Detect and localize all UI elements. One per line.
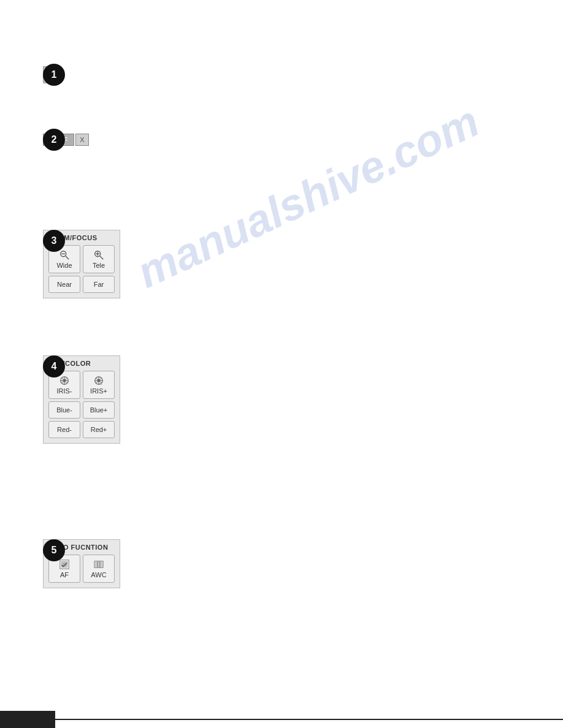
svg-line-8 bbox=[100, 256, 103, 259]
zoom-in-icon bbox=[93, 249, 104, 260]
iris-minus-icon: ← bbox=[59, 375, 70, 386]
circle-5: 5 bbox=[43, 539, 65, 561]
red-plus-button[interactable]: Red+ bbox=[83, 421, 115, 438]
iris-plus-label: IRIS+ bbox=[90, 387, 107, 395]
af-icon bbox=[59, 559, 70, 570]
svg-text:←: ← bbox=[63, 382, 66, 386]
section4: 4 IRIS/COLOR ← IRIS- bbox=[43, 355, 120, 444]
tele-button[interactable]: Tele bbox=[83, 245, 115, 273]
af-label: AF bbox=[60, 571, 69, 578]
close-button[interactable]: X bbox=[75, 134, 88, 146]
bottom-bar-dark bbox=[0, 711, 55, 728]
far-button[interactable]: Far bbox=[83, 276, 115, 293]
awc-button[interactable]: AWC bbox=[83, 555, 115, 583]
awc-label: AWC bbox=[91, 571, 106, 578]
blue-plus-button[interactable]: Blue+ bbox=[83, 401, 115, 419]
svg-text:→: → bbox=[99, 382, 102, 386]
bottom-bar bbox=[0, 711, 563, 728]
iris-plus-icon: → bbox=[93, 375, 104, 386]
tele-label: Tele bbox=[93, 262, 105, 269]
zoom-out-icon bbox=[59, 249, 70, 260]
bottom-bar-line bbox=[55, 719, 563, 720]
section3: 3 ZOOM/FOCUS Wide Tele Ne bbox=[43, 230, 120, 298]
near-button[interactable]: Near bbox=[48, 276, 80, 293]
section1: 1 bbox=[43, 66, 60, 83]
blue-minus-button[interactable]: Blue- bbox=[48, 401, 80, 419]
zoom-focus-grid: Wide Tele Near Far bbox=[48, 245, 115, 293]
section5: 5 AUTO FUCNTION AF AWC bbox=[43, 539, 120, 588]
wide-label: Wide bbox=[56, 262, 72, 269]
awc-icon bbox=[93, 559, 104, 570]
iris-plus-button[interactable]: → IRIS+ bbox=[83, 371, 115, 399]
red-minus-button[interactable]: Red- bbox=[48, 421, 80, 438]
circle-2: 2 bbox=[43, 129, 65, 151]
iris-minus-label: IRIS- bbox=[56, 387, 72, 395]
watermark: manualshive.com bbox=[129, 96, 486, 298]
iris-color-grid: ← IRIS- → IRIS+ Blue- Blue+ Red bbox=[48, 371, 115, 438]
svg-line-5 bbox=[66, 256, 69, 259]
svg-rect-28 bbox=[94, 561, 103, 568]
circle-3: 3 bbox=[43, 230, 65, 252]
circle-1: 1 bbox=[43, 64, 65, 86]
section2: 2 HALF X bbox=[43, 134, 89, 146]
circle-4: 4 bbox=[43, 355, 65, 377]
